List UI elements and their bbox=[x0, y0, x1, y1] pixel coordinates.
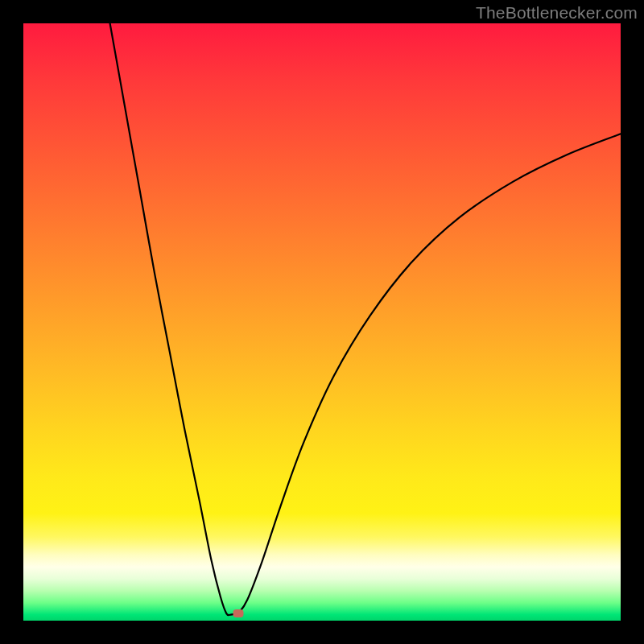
chart-container: TheBottlenecker.com bbox=[0, 0, 644, 644]
watermark-text: TheBottlenecker.com bbox=[476, 3, 638, 23]
bottleneck-curve bbox=[23, 23, 621, 621]
optimum-marker bbox=[233, 609, 244, 617]
plot-area bbox=[23, 23, 621, 621]
